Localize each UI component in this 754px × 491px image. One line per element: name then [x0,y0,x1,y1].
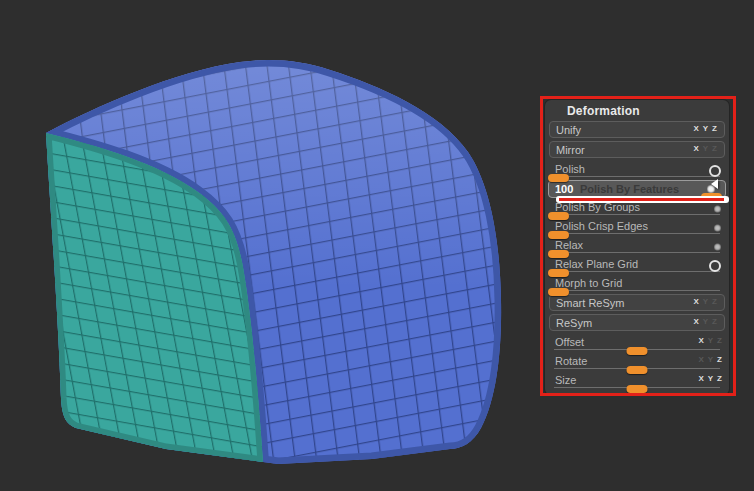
offset-slider-handle[interactable] [627,347,648,355]
relax-slider-handle[interactable] [548,250,569,258]
deformation-panel: Deformation Unify XYZ Mirror XYZ Polish … [545,100,729,395]
axis-toggle-group: XYZ [689,297,717,306]
axis-y-toggle[interactable]: Y [708,374,713,383]
slider-value: 100 [555,183,573,195]
slider-track [554,176,720,177]
slider-track [554,214,720,215]
unify-button-label: Unify [556,124,581,136]
smart-resym-button[interactable]: Smart ReSym XYZ [549,294,725,311]
relax-mode-dot-icon[interactable] [714,243,721,250]
axis-toggle-group: XYZ [689,317,717,326]
slider-track [554,271,720,272]
axis-z-toggle[interactable]: Z [717,336,722,345]
unify-button[interactable]: Unify XYZ [549,121,725,138]
mirror-button[interactable]: Mirror XYZ [549,141,725,158]
size-slider[interactable]: Size XYZ [545,372,729,391]
polish-slider[interactable]: Polish [545,161,729,180]
axis-z-toggle[interactable]: Z [712,317,717,326]
axis-z-toggle[interactable]: Z [712,144,717,153]
axis-y-toggle[interactable]: Y [703,317,708,326]
relax-plane-grid-mode-ring-icon[interactable] [709,260,721,272]
polish-by-groups-slider-handle[interactable] [548,212,569,220]
axis-toggle-group: XYZ [689,144,717,153]
panel-title[interactable]: Deformation [545,100,729,121]
cursor-arrow-icon [711,179,718,189]
axis-toggle-group: XYZ [689,124,717,133]
mirror-button-label: Mirror [556,144,585,156]
relax-plane-grid-label: Relax Plane Grid [555,258,638,270]
axis-toggle-group: XYZ [694,374,722,383]
axis-x-toggle[interactable]: X [693,297,698,306]
axis-x-toggle[interactable]: X [698,336,703,345]
axis-x-toggle[interactable]: X [698,355,703,364]
rotate-slider-handle[interactable] [627,366,648,374]
rotate-label: Rotate [555,355,587,367]
offset-label: Offset [555,336,584,348]
polish-crisp-edges-slider-handle[interactable] [548,231,569,239]
relax-plane-grid-slider-handle[interactable] [548,269,569,277]
polish-crisp-edges-label: Polish Crisp Edges [555,220,648,232]
slider-track [554,252,720,253]
polish-mode-ring-icon[interactable] [709,165,721,177]
polish-crisp-edges-mode-dot-icon[interactable] [714,224,721,231]
axis-x-toggle[interactable]: X [693,317,698,326]
offset-slider[interactable]: Offset XYZ [545,334,729,353]
polish-by-features-slider-handle[interactable] [701,193,722,201]
axis-z-toggle[interactable]: Z [717,355,722,364]
axis-x-toggle[interactable]: X [693,124,698,133]
axis-y-toggle[interactable]: Y [703,144,708,153]
relax-slider[interactable]: Relax [545,237,729,256]
polish-by-features-slider-selected[interactable]: 100 Polish By Features [548,180,726,198]
polish-by-groups-label: Polish By Groups [555,201,640,213]
polish-slider-handle[interactable] [548,174,569,182]
axis-x-toggle[interactable]: X [698,374,703,383]
axis-y-toggle[interactable]: Y [708,355,713,364]
smart-resym-button-label: Smart ReSym [556,297,624,309]
morph-to-grid-slider-handle[interactable] [548,288,569,296]
axis-toggle-group: XYZ [694,355,722,364]
axis-z-toggle[interactable]: Z [712,297,717,306]
relax-plane-grid-slider[interactable]: Relax Plane Grid [545,256,729,275]
polish-by-groups-mode-dot-icon[interactable] [714,205,721,212]
axis-y-toggle[interactable]: Y [703,297,708,306]
slider-track [554,233,720,234]
axis-toggle-group: XYZ [694,336,722,345]
size-label: Size [555,374,576,386]
morph-to-grid-slider[interactable]: Morph to Grid [545,275,729,294]
resym-button-label: ReSym [556,317,592,329]
polish-by-features-label: Polish By Features [580,183,679,195]
axis-z-toggle[interactable]: Z [712,124,717,133]
rotate-slider[interactable]: Rotate XYZ [545,353,729,372]
resym-button[interactable]: ReSym XYZ [549,314,725,331]
axis-y-toggle[interactable]: Y [703,124,708,133]
polish-crisp-edges-slider[interactable]: Polish Crisp Edges [545,218,729,237]
axis-y-toggle[interactable]: Y [708,336,713,345]
axis-z-toggle[interactable]: Z [717,374,722,383]
polish-by-groups-slider[interactable]: Polish By Groups [545,199,729,218]
size-slider-handle[interactable] [627,385,648,393]
axis-x-toggle[interactable]: X [693,144,698,153]
slider-track [554,290,720,291]
